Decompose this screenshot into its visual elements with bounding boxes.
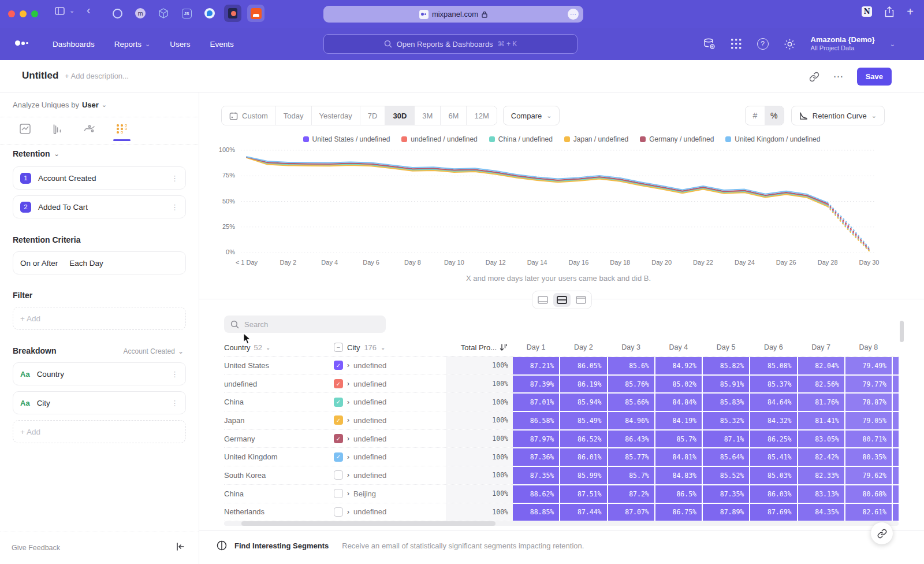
retention-cell[interactable]: 85.52%	[703, 467, 749, 484]
retention-cell[interactable]: 85.37%	[750, 376, 796, 393]
retention-cell[interactable]: 87.44%	[560, 504, 606, 521]
retention-cell[interactable]: 87.39%	[513, 376, 559, 393]
retention-cell[interactable]: 84.35%	[798, 504, 844, 521]
range-today[interactable]: Today	[276, 106, 312, 125]
retention-cell[interactable]: 86.75%	[655, 504, 702, 521]
retention-cell[interactable]: 85.76%	[608, 376, 654, 393]
retention-cell[interactable]: 84.92%	[655, 357, 702, 374]
retention-criteria-card[interactable]: On or After Each Day	[13, 251, 186, 274]
retention-cell[interactable]: 84.19%	[655, 412, 702, 429]
breakdown-event-selector[interactable]: Account Created ⌄	[124, 347, 184, 355]
report-title[interactable]: Untitled	[22, 70, 58, 81]
retention-cell[interactable]: 86.5%	[655, 485, 702, 503]
expand-chevron-icon[interactable]: ›	[347, 380, 349, 388]
cube-extension-icon[interactable]	[155, 5, 172, 22]
table-search-input[interactable]	[244, 320, 371, 329]
tab-chevron-icon[interactable]: ⌄	[69, 7, 74, 14]
table-search[interactable]	[224, 316, 386, 333]
collapse-sidebar-icon[interactable]	[176, 543, 185, 551]
nav-item-reports[interactable]: Reports⌄	[105, 40, 161, 49]
compare-button[interactable]: Compare ⌄	[503, 106, 560, 125]
range-30d[interactable]: 30D	[385, 106, 415, 125]
row-checkbox[interactable]: ✓	[334, 452, 343, 462]
sidebar-toggle-icon[interactable]	[55, 7, 65, 15]
retention-cell[interactable]: 86.52%	[560, 431, 606, 448]
address-bar[interactable]: mixpanel.com ⋯	[323, 6, 583, 23]
expand-chevron-icon[interactable]: ›	[347, 435, 349, 443]
js-extension-icon[interactable]: JS	[178, 5, 195, 22]
more-actions-icon[interactable]: ⋯	[833, 70, 843, 83]
add-filter-button[interactable]: + Add	[13, 307, 186, 330]
retention-cell[interactable]: 82.42%	[798, 448, 844, 466]
retention-cell[interactable]: 87.89%	[703, 504, 749, 521]
mixpanel-logo-icon[interactable]	[15, 40, 28, 46]
retention-cell[interactable]: 88.62%	[513, 485, 559, 503]
global-search-button[interactable]: Open Reports & Dashboards ⌘ + K	[323, 34, 578, 54]
expand-chevron-icon[interactable]: ›	[347, 453, 349, 461]
retention-cell[interactable]: 84.96%	[608, 412, 654, 429]
retention-cell[interactable]: 86.58%	[513, 412, 559, 429]
breakdown-options-icon[interactable]: ⋮	[171, 370, 178, 379]
day-column-header[interactable]: Day 5	[703, 343, 749, 351]
retention-cell[interactable]: 86.25%	[750, 431, 796, 448]
day-column-header[interactable]: Day 7	[798, 343, 844, 351]
breakdown-card[interactable]: AaCountry⋮	[13, 362, 186, 385]
row-checkbox[interactable]	[334, 470, 343, 480]
patreon-extension-icon[interactable]	[224, 5, 241, 22]
retention-cell[interactable]: 84.83%	[655, 467, 702, 484]
retention-cell[interactable]: 86.05%	[560, 357, 606, 374]
retention-cell[interactable]: 79.62%	[845, 467, 892, 484]
new-tab-icon[interactable]: +	[907, 6, 914, 17]
retention-cell[interactable]: 85.41%	[750, 448, 796, 466]
retention-cell[interactable]: 85.08%	[750, 357, 796, 374]
vertical-scrollbar-thumb[interactable]	[900, 321, 904, 342]
retention-cell[interactable]: 87.01%	[513, 394, 559, 411]
day-column-header[interactable]: Day 2	[560, 343, 606, 351]
share-icon[interactable]	[885, 6, 894, 17]
series-line[interactable]	[247, 157, 828, 206]
percent-toggle-button[interactable]: %	[765, 106, 784, 125]
retention-cell[interactable]: 87.35%	[703, 485, 749, 503]
criteria-interval[interactable]: Each Day	[69, 259, 103, 268]
apps-grid-icon[interactable]	[731, 38, 742, 50]
soundcloud-extension-icon[interactable]	[247, 5, 264, 22]
retention-cell[interactable]: 85.77%	[608, 448, 654, 466]
retention-cell[interactable]: 85.6%	[608, 357, 654, 374]
range-7d[interactable]: 7D	[360, 106, 386, 125]
total-column-header[interactable]: Total Pro...	[446, 343, 513, 352]
retention-cell[interactable]: 87.1%	[703, 431, 749, 448]
range-6m[interactable]: 6M	[441, 106, 467, 125]
retention-cell[interactable]: 85.02%	[655, 376, 702, 393]
expand-chevron-icon[interactable]: ›	[347, 398, 349, 406]
layout-split-button[interactable]	[553, 293, 571, 307]
tab-retention[interactable]	[112, 120, 132, 138]
page-actions-icon[interactable]: ⋯	[568, 9, 579, 20]
retention-cell[interactable]: 87.51%	[560, 485, 606, 503]
step-options-icon[interactable]: ⋮	[171, 203, 178, 212]
retention-cell[interactable]: 86.03%	[750, 485, 796, 503]
expand-chevron-icon[interactable]: ›	[347, 508, 349, 516]
retention-cell[interactable]: 82.56%	[798, 376, 844, 393]
segments-title[interactable]: Find Interesting Segments	[234, 541, 329, 550]
back-icon[interactable]: ‹	[87, 3, 91, 17]
row-checkbox[interactable]	[334, 489, 343, 498]
retention-cell[interactable]: 86.43%	[608, 431, 654, 448]
retention-cell[interactable]: 79.05%	[845, 412, 892, 429]
retention-cell[interactable]: 87.97%	[513, 431, 559, 448]
retention-cell[interactable]: 85.94%	[560, 394, 606, 411]
criteria-operator[interactable]: On or After	[20, 259, 58, 268]
legend-item[interactable]: undefined / undefined	[401, 135, 477, 143]
expand-chevron-icon[interactable]: ›	[347, 471, 349, 479]
retention-cell[interactable]: 85.7%	[608, 467, 654, 484]
nav-item-dashboards[interactable]: Dashboards	[43, 40, 105, 49]
retention-cell[interactable]: 87.36%	[513, 448, 559, 466]
range-12m[interactable]: 12M	[467, 106, 496, 125]
retention-cell[interactable]: 84.84%	[655, 394, 702, 411]
tab-flows[interactable]	[80, 120, 99, 138]
settings-gear-icon[interactable]	[784, 38, 796, 50]
retention-cell[interactable]: 79.77%	[845, 376, 892, 393]
expand-chevron-icon[interactable]: ›	[347, 489, 349, 498]
retention-cell[interactable]: 85.99%	[560, 467, 606, 484]
retention-cell[interactable]: 82.04%	[798, 357, 844, 374]
add-breakdown-button[interactable]: + Add	[13, 420, 186, 443]
